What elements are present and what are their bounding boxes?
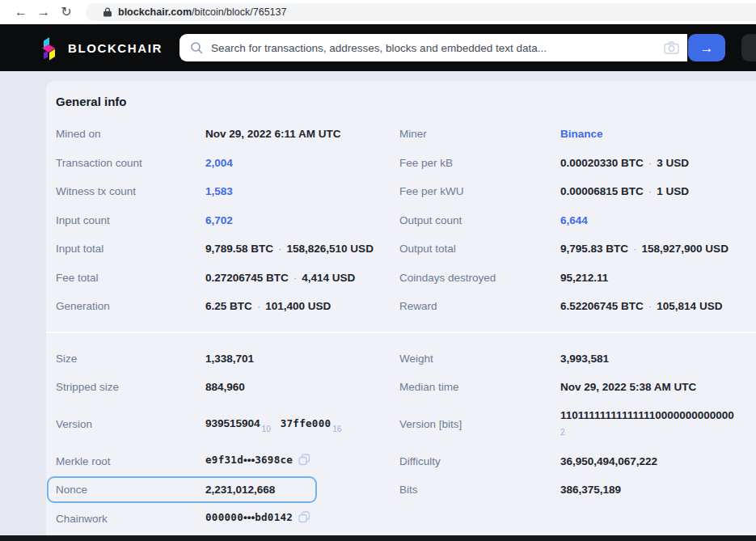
back-icon[interactable]: ← (10, 6, 32, 19)
label-coindays-destroyed: Coindays destroyed (399, 272, 560, 284)
header-menu-button[interactable] (741, 34, 756, 61)
usd-amount: 1 USD (657, 185, 689, 197)
search-field[interactable] (179, 34, 687, 61)
url-path: /bitcoin/block/765137 (192, 6, 286, 18)
value-generation: 6.25 BTC·101,400 USD (205, 300, 399, 312)
btc-amount: 0.00020330 BTC (560, 157, 644, 169)
page-background: General info Mined on Nov 29, 2022 6:11 … (0, 71, 756, 541)
usd-amount: 101,400 USD (265, 300, 331, 312)
value-reward: 6.52206745 BTC·105,814 USD (560, 300, 756, 312)
table-row: Input total 9,789.58 BTC·158,826,510 USD… (46, 235, 756, 264)
value-coindays-destroyed: 95,212.11 (560, 272, 756, 284)
table-row-nonce: Nonce 2,231,012,668 Bits 386,375,189 (46, 475, 756, 505)
label-merkle-root: Merkle root (56, 455, 205, 467)
btc-amount: 9,789.58 BTC (205, 243, 273, 255)
label-output-count: Output count (399, 214, 560, 226)
value-fee-per-kb: 0.00020330 BTC·3 USD (560, 157, 756, 169)
value-witness-tx-count-link[interactable]: 1,583 (205, 185, 399, 197)
table-row: Chainwork 000000•••bd0142 (46, 505, 756, 534)
forward-icon[interactable]: → (32, 6, 55, 19)
lock-icon (103, 7, 112, 17)
label-version: Version (56, 418, 205, 430)
url-bar[interactable]: blockchair.com/bitcoin/block/765137 (86, 3, 756, 21)
label-weight: Weight (399, 353, 560, 365)
search-icon (190, 41, 204, 55)
value-median-time: Nov 29, 2022 5:38 AM UTC (560, 381, 756, 393)
separator-dot: · (648, 185, 653, 197)
value-transaction-count-link[interactable]: 2,004 (205, 157, 399, 169)
base-16-subscript: 16 (332, 425, 341, 433)
value-size: 1,338,701 (205, 353, 399, 365)
hash-end: bd0142 (255, 511, 293, 523)
version-decimal: 939515904 (205, 417, 260, 429)
table-row: Witness tx count 1,583 Fee per kWU 0.000… (46, 177, 756, 206)
table-row: Fee total 0.27206745 BTC·4,414 USD Coind… (46, 264, 756, 293)
label-reward: Reward (399, 300, 560, 312)
value-miner-link[interactable]: Binance (560, 128, 756, 140)
search-bar: → (179, 34, 725, 61)
label-miner: Miner (399, 128, 560, 140)
url-domain: blockchair.com (118, 6, 192, 18)
version-bits-binary: 110111111111111110000000000000 (560, 408, 756, 422)
btc-amount: 6.25 BTC (205, 300, 252, 312)
value-fee-total: 0.27206745 BTC·4,414 USD (205, 272, 399, 284)
copy-icon[interactable] (298, 454, 310, 468)
label-mined-on: Mined on (56, 128, 205, 140)
value-input-count-link[interactable]: 6,702 (205, 214, 399, 226)
separator-dot: · (648, 300, 653, 312)
usd-amount: 4,414 USD (302, 272, 355, 284)
value-chainwork: 000000•••bd0142 (205, 511, 399, 526)
site-header: BLOCKCHAIR → (0, 24, 756, 71)
separator-dot: · (633, 243, 637, 255)
usd-amount: 158,927,900 USD (642, 243, 729, 255)
table-row: Generation 6.25 BTC·101,400 USD Reward 6… (46, 292, 756, 321)
separator-dot: · (257, 300, 261, 312)
label-nonce: Nonce (56, 484, 205, 496)
search-input[interactable] (211, 42, 664, 54)
reload-icon[interactable]: ↻ (55, 6, 78, 19)
separator-dot: · (294, 272, 298, 284)
table-row: Version 9395159041037ffe00016 Version [b… (46, 402, 756, 447)
label-witness-tx-count: Witness tx count (56, 185, 205, 197)
label-chainwork: Chainwork (56, 513, 205, 525)
label-input-total: Input total (56, 243, 205, 255)
value-output-count-link[interactable]: 6,644 (560, 214, 756, 226)
label-size: Size (56, 353, 205, 365)
base-2-subscript: 2 (560, 428, 565, 437)
value-mined-on: Nov 29, 2022 6:11 AM UTC (205, 128, 399, 140)
technical-details-section: Size 1,338,701 Weight 3,993,581 Stripped… (46, 333, 756, 534)
label-input-count: Input count (56, 214, 205, 226)
value-version-bits: 1101111111111111100000000000002 (560, 408, 756, 440)
submit-arrow-icon: → (700, 40, 714, 56)
table-row: Merkle root e9f31d•••3698ce Difficulty 3… (46, 447, 756, 476)
version-hex: 37ffe000 (281, 417, 332, 429)
usd-amount: 3 USD (657, 157, 689, 169)
value-bits: 386,375,189 (560, 484, 756, 496)
bottom-edge-strip (0, 535, 756, 541)
hash-ellipsis: ••• (243, 454, 255, 466)
camera-icon[interactable] (664, 41, 679, 54)
value-stripped-size: 884,960 (205, 381, 399, 393)
value-difficulty: 36,950,494,067,222 (560, 455, 756, 467)
label-fee-total: Fee total (56, 272, 205, 284)
usd-amount: 105,814 USD (657, 300, 722, 312)
table-row: Stripped size 884,960 Median time Nov 29… (46, 373, 756, 402)
hash-start: e9f31d (205, 454, 243, 466)
copy-icon[interactable] (298, 511, 310, 526)
hash-start: 000000 (205, 511, 243, 523)
usd-amount: 158,826,510 USD (287, 243, 374, 255)
hash-end: 3698ce (255, 454, 293, 466)
value-weight: 3,993,581 (560, 353, 756, 365)
value-merkle-root: e9f31d•••3698ce (205, 454, 399, 468)
label-fee-per-kwu: Fee per kWU (399, 185, 560, 197)
section-title-general-info: General info (46, 81, 756, 120)
brand-name: BLOCKCHAIR (68, 41, 163, 55)
table-row: Input count 6,702 Output count 6,644 (46, 206, 756, 235)
value-nonce: 2,231,012,668 (205, 484, 399, 496)
blockchair-logo[interactable]: BLOCKCHAIR (39, 36, 163, 61)
hash-ellipsis: ••• (243, 511, 255, 523)
table-row: Transaction count 2,004 Fee per kB 0.000… (46, 149, 756, 178)
search-submit-button[interactable]: → (688, 34, 725, 61)
value-version: 9395159041037ffe00016 (205, 417, 399, 432)
label-difficulty: Difficulty (399, 455, 560, 467)
